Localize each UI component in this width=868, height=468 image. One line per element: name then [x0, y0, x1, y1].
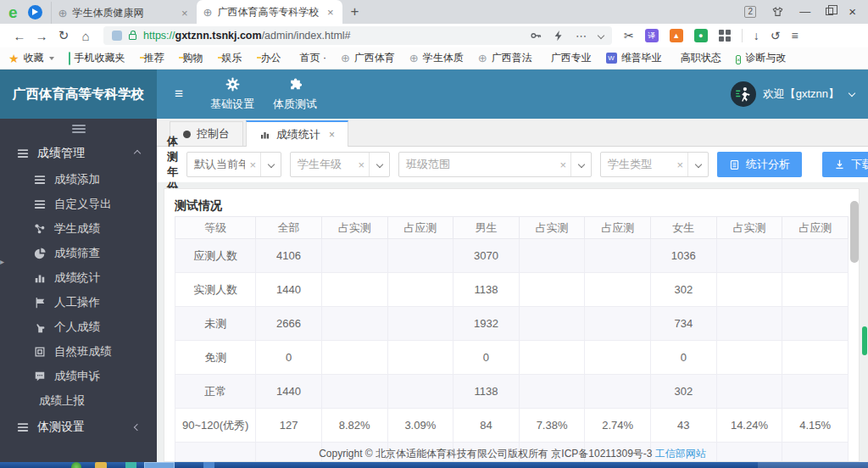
translate-icon[interactable]: 译	[645, 29, 659, 42]
bookmark-item[interactable]: × 诊断与改	[736, 51, 787, 65]
reload-icon[interactable]: ↻	[53, 28, 75, 43]
bookmark-item[interactable]: W 维普毕业	[606, 51, 662, 65]
games-icon[interactable]: ▲	[670, 29, 683, 42]
filter-select[interactable]: 默认当前年 ×	[186, 152, 281, 177]
table-cell: 0	[453, 341, 520, 375]
screenshot-scissors-icon[interactable]: ✂	[624, 29, 634, 42]
history-undo-icon[interactable]: ↺	[771, 29, 781, 42]
theme-skin-icon[interactable]	[771, 6, 784, 18]
browser-tab[interactable]: ⊕ 学生体质健康网 ×	[51, 2, 197, 24]
sidebar-group[interactable]: 成绩管理	[0, 139, 157, 167]
taskbar-explorer-icon[interactable]	[95, 462, 107, 468]
url-text: https://gxtznn.tsnkj.com/admin/index.htm…	[143, 30, 351, 42]
taskbar-active-window[interactable]	[144, 462, 175, 468]
bookmark-item[interactable]: ⊕ 广西体育	[341, 51, 395, 65]
close-button[interactable]: ×	[849, 4, 856, 19]
clear-icon[interactable]: ×	[245, 159, 260, 171]
restore-button[interactable]	[826, 8, 833, 15]
user-area[interactable]: 欢迎【gxtznn】	[731, 70, 868, 119]
apps-grid-icon[interactable]	[719, 30, 731, 42]
sidebar-collapse-icon[interactable]	[0, 119, 157, 139]
taskbar-app2-icon[interactable]	[203, 462, 214, 468]
sidebar-item[interactable]: 自然班成绩	[0, 339, 157, 364]
bookmark-item[interactable]: 推荐	[140, 51, 164, 65]
panel-collapse-arrow-icon[interactable]: ▸	[0, 258, 4, 266]
filter-select[interactable]: 班级范围 ×	[398, 152, 592, 177]
speed-mode-icon[interactable]	[28, 5, 42, 20]
browser-logo-icon[interactable]: e	[8, 4, 18, 20]
page-tab[interactable]: 控制台	[170, 121, 243, 146]
minimize-button[interactable]: —	[799, 5, 810, 18]
comment-icon	[34, 370, 46, 382]
nodes-icon	[34, 223, 46, 235]
tab-close-icon[interactable]: ×	[180, 7, 190, 20]
browser-scroll-marker[interactable]	[862, 326, 867, 355]
list-icon	[34, 174, 46, 186]
select-arrow[interactable]	[369, 153, 389, 176]
filter-select[interactable]: 学生年级 ×	[290, 152, 390, 177]
download-button[interactable]: 下载	[822, 152, 868, 177]
table-cell: 127	[256, 409, 322, 443]
table-header-cell: 占实测	[321, 217, 387, 239]
bookmark-item[interactable]: 购物	[179, 51, 203, 65]
bookmark-item[interactable]: ★ 收藏	[8, 51, 54, 65]
browser-tab[interactable]: ⊕ 广西体育高等专科学校 ×	[197, 0, 342, 24]
top-nav-puzzle[interactable]: 体质测试	[264, 70, 326, 119]
clear-icon[interactable]: ×	[353, 159, 369, 171]
home-icon[interactable]: ⌂	[75, 29, 97, 43]
vertical-scrollbar-thumb[interactable]	[850, 201, 859, 263]
top-nav-gear[interactable]: 基础设置	[201, 70, 264, 119]
lightning-icon[interactable]	[553, 30, 565, 42]
green-x-icon: ×	[736, 53, 742, 64]
table-cell	[519, 273, 585, 307]
bookmark-item[interactable]: 首页 ·	[296, 51, 326, 65]
miit-link[interactable]: 工信部网站	[655, 448, 706, 460]
bookmark-item[interactable]: 娱乐	[218, 51, 242, 65]
clear-icon[interactable]: ×	[672, 159, 687, 171]
select-arrow[interactable]	[260, 153, 281, 176]
windows-taskbar[interactable]	[0, 462, 868, 468]
forward-icon[interactable]: →	[31, 29, 53, 43]
menu-hamburger-icon[interactable]: ≡	[791, 29, 798, 42]
downloads-icon[interactable]: ↓	[754, 29, 760, 42]
sidebar-toggle-icon[interactable]: ≡	[157, 70, 201, 119]
sidebar-item[interactable]: 个人成绩	[0, 315, 157, 339]
filter-select[interactable]: 学生类型 ×	[600, 152, 709, 177]
page-tab-close-icon[interactable]: ×	[329, 129, 335, 141]
bookmark-item[interactable]: 高职状态	[676, 51, 721, 65]
new-tab-button[interactable]: +	[342, 3, 368, 24]
bookmark-item[interactable]: 手机收藏夹	[69, 51, 125, 65]
page-tab[interactable]: 成绩统计 ×	[246, 120, 348, 147]
dropdown-chevron-icon[interactable]	[598, 32, 604, 39]
analyze-button[interactable]: 统计分析	[717, 152, 802, 177]
bookmark-item[interactable]: ⊕ 学生体质	[409, 51, 464, 65]
password-key-icon[interactable]	[530, 30, 542, 42]
sidebar-item[interactable]: 成绩统计	[0, 265, 157, 290]
bookmark-item[interactable]: 广西专业	[547, 51, 592, 65]
sidebar-item[interactable]: 人工操作	[0, 290, 157, 315]
sidebar-item[interactable]: 成绩筛查	[0, 241, 157, 265]
start-orb-icon[interactable]	[71, 462, 81, 468]
clear-icon[interactable]: ×	[555, 159, 570, 171]
tab-close-icon[interactable]: ×	[326, 6, 336, 19]
sidebar-item[interactable]: 成绩申诉	[0, 364, 157, 388]
sidebar-group[interactable]: 体测设置	[0, 413, 157, 441]
url-field[interactable]: https://gxtznn.tsnkj.com/admin/index.htm…	[103, 26, 612, 45]
taskbar-app-icon[interactable]	[125, 462, 136, 468]
select-arrow[interactable]	[570, 153, 591, 176]
taskbar-tray[interactable]	[758, 462, 868, 468]
reader-icon[interactable]: ●	[694, 29, 708, 42]
sidebar-item[interactable]: 成绩上报	[0, 388, 157, 413]
sidebar-item[interactable]: 成绩添加	[0, 167, 157, 192]
bookmark-item[interactable]: ⊕ 广西普法	[478, 51, 532, 65]
table-cell: 2.74%	[585, 409, 651, 443]
sidebar-item[interactable]: 学生成绩	[0, 216, 157, 241]
bookmark-item[interactable]: 办公	[257, 51, 281, 65]
table-cell	[585, 239, 651, 273]
select-arrow[interactable]	[687, 153, 708, 176]
more-actions-icon[interactable]: ⋯	[576, 30, 587, 42]
notification-count-badge[interactable]: 2	[744, 6, 756, 18]
back-icon[interactable]: ←	[8, 29, 31, 43]
sidebar-item[interactable]: 自定义导出	[0, 192, 157, 216]
table-cell	[585, 307, 651, 341]
